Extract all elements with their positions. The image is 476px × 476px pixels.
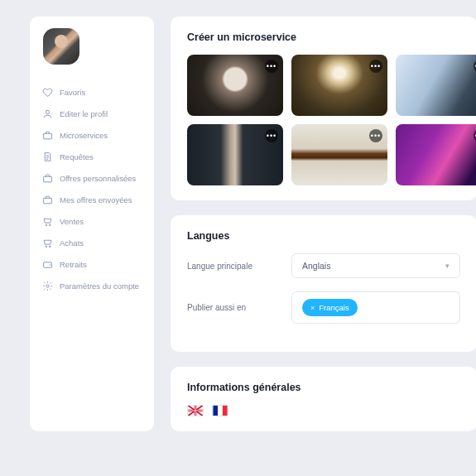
gear-icon (41, 280, 53, 291)
general-info-card: Informations générales (171, 367, 476, 431)
primary-language-label: Langue principale (187, 262, 278, 271)
sidebar-item-favoris[interactable]: Favoris (38, 81, 146, 103)
sidebar-item-label: Offres personnalisées (60, 174, 136, 183)
briefcase-icon (41, 129, 53, 141)
microservice-tile[interactable]: ••• (396, 55, 476, 116)
svg-rect-12 (218, 406, 223, 416)
microservice-tile[interactable]: ••• (187, 55, 283, 116)
microservice-tile[interactable]: ••• (291, 55, 387, 116)
more-icon[interactable]: ••• (369, 60, 382, 73)
microservice-title: Créer un microservice (187, 31, 460, 43)
svg-rect-1 (43, 133, 51, 139)
sidebar-item-label: Editer le profil (60, 109, 108, 118)
also-publish-row: Publier aussi en × Français (187, 291, 460, 324)
svg-point-6 (46, 246, 47, 248)
microservice-tile[interactable]: ••• (396, 124, 476, 185)
also-publish-select[interactable]: × Français (291, 291, 460, 324)
sidebar-item-label: Favoris (60, 88, 85, 97)
primary-language-row: Langue principale Anglais ▾ (187, 253, 460, 278)
svg-point-5 (49, 224, 50, 226)
svg-rect-11 (213, 406, 218, 416)
flag-uk[interactable] (187, 405, 204, 416)
heart-icon (41, 86, 53, 98)
sidebar-item-label: Ventes (60, 217, 84, 226)
svg-point-7 (49, 246, 50, 248)
microservice-tile[interactable]: ••• (291, 124, 387, 185)
sidebar: Favoris Editer le profil Microservices R… (30, 17, 154, 431)
main-content: Créer un microservice ••• ••• ••• ••• ••… (171, 17, 476, 431)
avatar[interactable] (43, 28, 79, 65)
more-icon[interactable]: ••• (265, 60, 278, 73)
primary-language-value: Anglais (302, 261, 330, 271)
wallet-icon (41, 258, 53, 270)
sidebar-item-offres-personnalisees[interactable]: Offres personnalisées (38, 167, 146, 189)
also-publish-label: Publier aussi en (187, 303, 278, 312)
sidebar-item-label: Achats (60, 238, 84, 248)
more-icon[interactable]: ••• (265, 129, 278, 142)
microservice-grid: ••• ••• ••• ••• ••• ••• (187, 55, 460, 185)
svg-rect-13 (223, 406, 228, 416)
svg-rect-2 (43, 176, 51, 182)
sidebar-item-requetes[interactable]: Requêtes (38, 146, 146, 167)
sidebar-item-retraits[interactable]: Retraits (38, 253, 146, 275)
sidebar-item-ventes[interactable]: Ventes (38, 210, 146, 232)
sidebar-item-achats[interactable]: Achats (38, 232, 146, 253)
sidebar-item-microservices[interactable]: Microservices (38, 124, 146, 146)
sidebar-item-label: Mes offres envoyées (60, 195, 132, 204)
more-icon[interactable]: ••• (369, 129, 382, 142)
svg-rect-3 (43, 198, 51, 204)
languages-title: Langues (187, 230, 460, 242)
sidebar-item-parametres[interactable]: Paramètres du compte (38, 275, 146, 296)
language-chip[interactable]: × Français (302, 299, 358, 316)
primary-language-select[interactable]: Anglais ▾ (291, 253, 460, 278)
user-icon (41, 108, 53, 119)
svg-point-9 (46, 284, 48, 286)
sidebar-item-mes-offres-envoyees[interactable]: Mes offres envoyées (38, 189, 146, 210)
flag-fr[interactable] (212, 405, 228, 416)
microservice-tile[interactable]: ••• (187, 124, 283, 185)
sidebar-item-label: Paramètres du compte (60, 281, 139, 291)
sidebar-item-editer-profil[interactable]: Editer le profil (38, 103, 146, 124)
note-icon (41, 151, 53, 162)
svg-point-0 (46, 110, 49, 113)
briefcase-icon (41, 194, 53, 205)
chip-label: Français (319, 303, 349, 312)
general-info-title: Informations générales (187, 382, 460, 393)
remove-icon[interactable]: × (310, 304, 315, 312)
microservice-card: Créer un microservice ••• ••• ••• ••• ••… (171, 17, 476, 200)
svg-point-4 (46, 224, 47, 226)
languages-card: Langues Langue principale Anglais ▾ Publ… (171, 215, 476, 352)
cart-icon (41, 237, 53, 248)
sidebar-item-label: Requêtes (60, 152, 94, 161)
chevron-down-icon: ▾ (445, 262, 450, 270)
cart-icon (41, 215, 53, 227)
sidebar-item-label: Retraits (60, 260, 87, 269)
flag-row (187, 405, 460, 416)
briefcase-icon (41, 172, 53, 184)
sidebar-item-label: Microservices (60, 131, 108, 140)
